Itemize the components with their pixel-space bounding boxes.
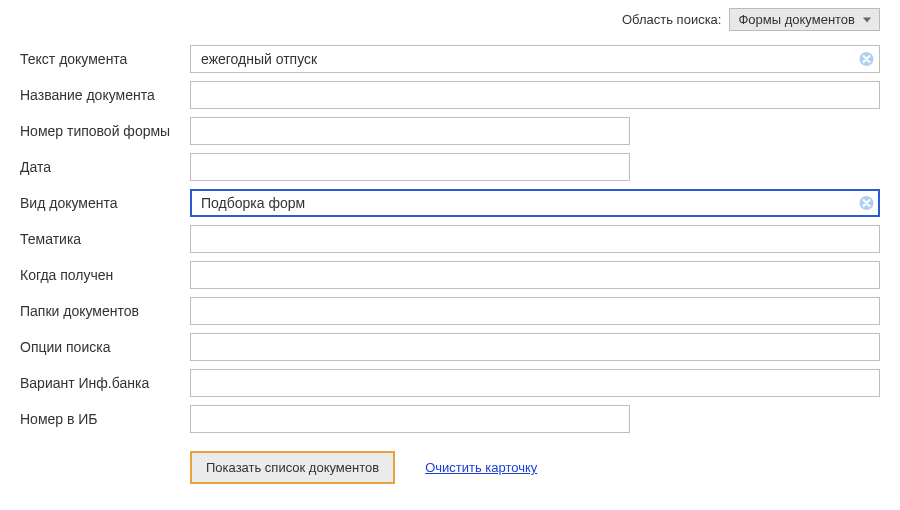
label-name: Название документа xyxy=(20,87,190,103)
field-topic xyxy=(190,225,880,253)
top-bar: Область поиска: Формы документов xyxy=(0,0,900,35)
clear-icon[interactable] xyxy=(859,52,874,67)
row-bank_variant: Вариант Инф.банка xyxy=(20,369,880,397)
input-doc_type[interactable] xyxy=(190,189,880,217)
row-received: Когда получен xyxy=(20,261,880,289)
field-text xyxy=(190,45,880,73)
field-received xyxy=(190,261,880,289)
scope-value: Формы документов xyxy=(738,12,855,27)
row-ib_number: Номер в ИБ xyxy=(20,405,880,433)
submit-button[interactable]: Показать список документов xyxy=(190,451,395,484)
field-options xyxy=(190,333,880,361)
search-form: Текст документаНазвание документаНомер т… xyxy=(0,35,900,484)
row-options: Опции поиска xyxy=(20,333,880,361)
label-options: Опции поиска xyxy=(20,339,190,355)
label-ib_number: Номер в ИБ xyxy=(20,411,190,427)
field-bank_variant xyxy=(190,369,880,397)
label-text: Текст документа xyxy=(20,51,190,67)
actions-bar: Показать список документовОчистить карто… xyxy=(190,451,880,484)
row-name: Название документа xyxy=(20,81,880,109)
input-bank_variant[interactable] xyxy=(190,369,880,397)
row-form_number: Номер типовой формы xyxy=(20,117,880,145)
clear-icon[interactable] xyxy=(859,196,874,211)
input-name[interactable] xyxy=(190,81,880,109)
scope-select[interactable]: Формы документов xyxy=(729,8,880,31)
label-folders: Папки документов xyxy=(20,303,190,319)
label-doc_type: Вид документа xyxy=(20,195,190,211)
field-folders xyxy=(190,297,880,325)
label-date: Дата xyxy=(20,159,190,175)
input-topic[interactable] xyxy=(190,225,880,253)
field-ib_number xyxy=(190,405,630,433)
row-topic: Тематика xyxy=(20,225,880,253)
row-doc_type: Вид документа xyxy=(20,189,880,217)
field-doc_type xyxy=(190,189,880,217)
input-received[interactable] xyxy=(190,261,880,289)
row-text: Текст документа xyxy=(20,45,880,73)
label-received: Когда получен xyxy=(20,267,190,283)
input-form_number[interactable] xyxy=(190,117,630,145)
clear-link[interactable]: Очистить карточку xyxy=(425,460,537,475)
input-options[interactable] xyxy=(190,333,880,361)
row-date: Дата xyxy=(20,153,880,181)
field-date xyxy=(190,153,630,181)
label-form_number: Номер типовой формы xyxy=(20,123,190,139)
input-date[interactable] xyxy=(190,153,630,181)
input-folders[interactable] xyxy=(190,297,880,325)
input-text[interactable] xyxy=(190,45,880,73)
field-form_number xyxy=(190,117,630,145)
field-name xyxy=(190,81,880,109)
input-ib_number[interactable] xyxy=(190,405,630,433)
label-topic: Тематика xyxy=(20,231,190,247)
label-bank_variant: Вариант Инф.банка xyxy=(20,375,190,391)
row-folders: Папки документов xyxy=(20,297,880,325)
scope-label: Область поиска: xyxy=(622,12,721,27)
